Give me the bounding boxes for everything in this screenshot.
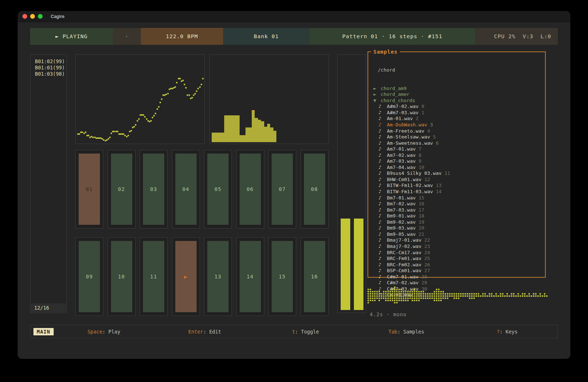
scatter-point	[137, 120, 138, 122]
sample-file-row-selected[interactable]: ♪ Am-DubWash.wav 3	[368, 122, 545, 128]
pad-02[interactable]: 02	[108, 150, 136, 228]
step-counter: 12/16	[31, 303, 66, 312]
waveform-dot	[414, 295, 415, 297]
pad-10[interactable]: 10	[108, 237, 136, 316]
sample-file-row[interactable]: ♪ Bm9-03.wav 20	[368, 225, 545, 231]
waveform-dot	[401, 293, 402, 295]
sample-file-row[interactable]: ♪ Am7-04.wav 10	[368, 165, 545, 171]
sample-file-row[interactable]: ♪ C#m7-01.wav 28	[368, 274, 545, 280]
sample-file-row[interactable]: ♪ Bm7-01.wav 15	[368, 195, 545, 201]
waveform-dot	[405, 295, 406, 297]
minimize-icon[interactable]	[30, 14, 35, 19]
sample-file-row[interactable]: ♪ BHW-Cm01.wav 12	[368, 177, 545, 183]
waveform-dot	[401, 300, 402, 301]
waveform-dot	[458, 293, 459, 295]
close-icon[interactable]	[22, 14, 27, 19]
pad-06[interactable]: 06	[236, 150, 264, 228]
waveform-dot	[390, 300, 391, 301]
scatter-point	[185, 87, 187, 89]
waveform-dot	[396, 300, 398, 301]
sample-file-row[interactable]: ♪ BRC-Fm01.wav 25	[368, 256, 545, 262]
waveform-dot	[403, 291, 404, 292]
music-note-icon: ♪	[379, 170, 384, 177]
sample-file-row[interactable]: ♪ Bm9-05.wav 21	[368, 231, 545, 238]
sample-file-row[interactable]: ♪ B9sus4 Silky 03.wav 11	[368, 170, 545, 177]
histogram-bar	[243, 135, 245, 142]
music-note-icon: ♪	[379, 128, 384, 134]
pad-01[interactable]: 01	[75, 150, 103, 228]
waveform-dot	[440, 300, 442, 301]
pad-07[interactable]: 07	[268, 150, 296, 228]
sample-folder-row[interactable]: ► chord_amer	[368, 91, 545, 98]
pad-11[interactable]: 11	[140, 237, 168, 316]
music-note-icon: ♪	[379, 250, 384, 256]
pad-05[interactable]: 05	[204, 150, 232, 228]
sample-file-row[interactable]: ♪ A#m7-03.wav 1	[368, 110, 545, 116]
pad-14[interactable]: 14	[236, 237, 264, 316]
sample-file-row[interactable]: ♪ Bm9-02.wav 19	[368, 219, 545, 226]
pad-03[interactable]: 03	[140, 150, 168, 228]
pad-12[interactable]: ▶	[172, 237, 200, 316]
sample-file-row[interactable]: ♪ Am-Freeto.wav 4	[368, 128, 545, 134]
waveform-dot	[383, 291, 384, 292]
sample-file-row[interactable]: ♪ BITW-Fm11-03.wav 14	[368, 189, 545, 195]
sample-index: 10	[419, 165, 424, 170]
waveform-dot	[394, 289, 395, 290]
sample-file-row[interactable]: ♪ BRC-Fm02.wav 26	[368, 262, 545, 268]
waveform-dot	[502, 293, 503, 295]
sample-file-row[interactable]: ♪ Bmaj7-02.wav 23	[368, 244, 545, 250]
waveform-dot	[458, 298, 459, 299]
waveform-dot	[539, 295, 541, 297]
sample-file-row[interactable]: ♪ BSP-Cm01.wav 27	[368, 268, 545, 274]
waveform-dot	[407, 295, 409, 297]
sample-file-row[interactable]: ♪ Bm7-03.wav 17	[368, 207, 545, 213]
sample-file-row[interactable]: ♪ Am7-02.wav 8	[368, 152, 545, 159]
waveform-dot	[542, 295, 543, 297]
sample-file-row[interactable]: ♪ Am-Sweetness.wav 6	[368, 140, 545, 147]
folder-collapsed-icon[interactable]: ►	[372, 86, 378, 92]
waveform-dot	[374, 300, 376, 301]
sample-file-row[interactable]: ♪ Bm7-02.wav 16	[368, 201, 545, 207]
waveform-dot	[506, 295, 508, 297]
sample-file-row[interactable]: ♪ BITW-Fm11-02.wav 13	[368, 183, 545, 189]
scatter-point	[109, 137, 111, 138]
sample-folder-row[interactable]: ► chord_am9	[368, 86, 545, 92]
pad-16[interactable]: 16	[301, 237, 329, 316]
pad-04[interactable]: 04	[172, 150, 200, 228]
waveform-dot	[476, 295, 477, 297]
pad-08[interactable]: 08	[301, 150, 329, 228]
waveform-dot	[420, 295, 422, 297]
sample-file-row[interactable]: ♪ Am-01.wav 2	[368, 116, 545, 122]
sample-file-name: A#m7-02.wav	[384, 104, 422, 109]
key-hint-key: Space	[87, 329, 103, 335]
meter-bar-right	[354, 219, 363, 310]
sample-file-row[interactable]: ♪ Am7-03.wav 9	[368, 158, 545, 165]
sample-file-row[interactable]: ♪ Am7-01.wav 7	[368, 146, 545, 152]
waveform-dot	[398, 293, 400, 295]
sample-file-row[interactable]: ♪ Bmaj7-01.wav 22	[368, 237, 545, 244]
scatter-point	[88, 135, 89, 136]
sample-file-row[interactable]: ♪ Am-Steelsaw.wav 5	[368, 134, 545, 140]
sample-index: 3	[430, 122, 433, 127]
sample-file-row[interactable]: ♪ BRC-Cm17.wav 24	[368, 250, 545, 256]
pad-09[interactable]: 09	[75, 237, 103, 316]
pad-13[interactable]: 13	[204, 237, 232, 316]
waveform-dot	[401, 298, 402, 299]
zoom-icon[interactable]	[38, 14, 43, 19]
sample-file-name: Bm9-01.wav	[384, 213, 419, 219]
scatter-point	[85, 131, 86, 133]
waveform-dot	[425, 295, 426, 297]
pad-15[interactable]: 15	[268, 237, 296, 316]
key-hint-bar: MAIN Space: PlayEnter: Editt: ToggleTab:…	[30, 325, 558, 338]
sample-file-name: Bm7-03.wav	[384, 207, 419, 213]
waveform-dot	[440, 295, 442, 297]
waveform-dot	[372, 300, 373, 301]
sample-folder-row[interactable]: ▼ chord_chords	[368, 98, 545, 104]
waveform-dot	[379, 293, 380, 295]
key-hint-key: t	[292, 329, 295, 335]
folder-expanded-icon[interactable]: ▼	[372, 98, 378, 104]
waveform-dot	[500, 295, 501, 297]
sample-file-row[interactable]: ♪ Bm9-01.wav 18	[368, 213, 545, 219]
sample-file-row[interactable]: ♪ A#m7-02.wav 0	[368, 104, 545, 110]
folder-collapsed-icon[interactable]: ►	[372, 91, 378, 98]
